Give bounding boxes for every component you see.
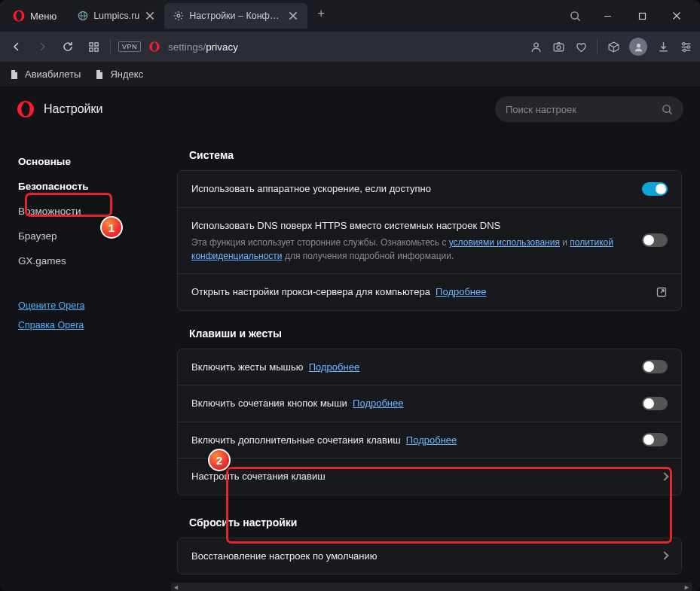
snapshot-icon[interactable] xyxy=(552,40,565,53)
opera-logo-icon xyxy=(12,9,26,23)
back-button[interactable] xyxy=(8,38,26,56)
scroll-left-icon[interactable]: ◄ xyxy=(173,583,179,591)
reload-button[interactable] xyxy=(59,38,77,56)
chevron-right-icon xyxy=(660,472,668,480)
row-dns-https: Использовать DNS поверх HTTPS вместо сис… xyxy=(178,208,681,275)
titlebar-search[interactable] xyxy=(560,11,590,22)
row-subtext: Эта функция использует сторонние службы.… xyxy=(191,236,630,263)
horizontal-scrollbar[interactable]: ◄ ► xyxy=(171,583,692,591)
svg-rect-17 xyxy=(94,42,97,45)
bookmark-label: Авиабилеты xyxy=(25,69,81,80)
download-icon[interactable] xyxy=(656,40,670,53)
svg-line-35 xyxy=(669,111,671,114)
easy-setup-icon[interactable] xyxy=(679,40,692,53)
toggle-mouse-gestures[interactable] xyxy=(642,360,668,373)
tab-label: Настройки – Конфиденци xyxy=(189,11,283,21)
row-hw-accel: Использовать аппаратное ускорение, если … xyxy=(178,171,681,208)
toggle-extra-shortcuts[interactable] xyxy=(642,433,668,446)
avatar[interactable] xyxy=(629,38,647,56)
search-icon xyxy=(662,104,673,115)
sidebar-item-basics[interactable]: Основные xyxy=(0,149,171,174)
profile-icon[interactable] xyxy=(529,40,543,53)
tab-strip: Lumpics.ru Настройки – Конфиденци + xyxy=(69,3,560,29)
url-path: privacy xyxy=(206,41,238,53)
external-link-icon xyxy=(656,286,668,298)
page-icon xyxy=(9,69,20,80)
url-field[interactable]: settings/privacy xyxy=(168,41,521,53)
divider xyxy=(597,38,598,55)
window-controls xyxy=(590,4,694,28)
bookmark-label: Яндекс xyxy=(110,69,143,80)
svg-point-21 xyxy=(152,42,157,50)
svg-point-25 xyxy=(636,44,640,47)
new-tab-button[interactable]: + xyxy=(310,3,332,24)
chevron-right-icon xyxy=(660,552,668,560)
tab-lumpics[interactable]: Lumpics.ru xyxy=(69,3,164,29)
row-extra-shortcuts: Включить дополнительные сочетания клавиш… xyxy=(178,422,681,459)
speed-dial-button[interactable] xyxy=(84,38,102,56)
svg-line-11 xyxy=(577,18,579,20)
section-title-reset: Сбросить настройки xyxy=(189,516,682,529)
svg-point-34 xyxy=(663,105,670,111)
page-icon xyxy=(94,69,105,80)
card-system: Использовать аппаратное ускорение, если … xyxy=(177,170,682,311)
sidebar-item-security[interactable]: Безопасность xyxy=(0,174,171,199)
close-icon[interactable] xyxy=(288,11,298,21)
bookmark-aviabilety[interactable]: Авиабилеты xyxy=(9,69,81,80)
sidebar-item-browser[interactable]: Браузер xyxy=(0,224,171,248)
tab-label: Lumpics.ru xyxy=(93,11,139,21)
sidebar-link-rate[interactable]: Оцените Opera xyxy=(18,300,153,311)
row-label: Настроить сочетания клавиш xyxy=(191,469,650,484)
row-label: Открыть настройки прокси-сервера для ком… xyxy=(191,285,643,300)
card-gestures: Включить жесты мышью Подробнее Включить … xyxy=(177,349,682,495)
svg-point-10 xyxy=(570,11,577,18)
link-terms[interactable]: условиями использования xyxy=(449,237,560,248)
maximize-button[interactable] xyxy=(625,4,659,28)
heart-icon[interactable] xyxy=(574,40,588,53)
forward-button[interactable] xyxy=(33,38,51,56)
gear-icon xyxy=(173,11,184,21)
svg-rect-18 xyxy=(89,47,92,50)
scroll-right-icon[interactable]: ► xyxy=(683,583,690,591)
settings-title-text: Настройки xyxy=(44,102,102,116)
svg-rect-13 xyxy=(639,13,645,19)
card-reset: Восстановление настроек по умолчанию xyxy=(177,538,682,575)
opera-logo-icon xyxy=(17,100,35,118)
row-configure-shortcuts[interactable]: Настроить сочетания клавиш xyxy=(178,458,681,495)
menu-button[interactable]: Меню xyxy=(6,6,63,26)
settings-main[interactable]: Система Использовать аппаратное ускорени… xyxy=(171,131,700,591)
svg-point-7 xyxy=(177,14,180,17)
address-bar: VPN settings/privacy xyxy=(0,32,700,62)
settings-content: Основные Безопасность Возможности Браузе… xyxy=(0,131,700,591)
link-more[interactable]: Подробнее xyxy=(436,286,486,297)
row-restore-defaults[interactable]: Восстановление настроек по умолчанию xyxy=(178,538,681,574)
toggle-hw-accel[interactable] xyxy=(642,182,668,196)
row-label: Включить жесты мышью Подробнее xyxy=(191,360,630,375)
bookmark-yandex[interactable]: Яндекс xyxy=(94,69,143,80)
cube-icon[interactable] xyxy=(607,40,620,53)
toggle-dns-https[interactable] xyxy=(642,233,668,247)
svg-rect-23 xyxy=(554,44,564,51)
search-icon xyxy=(570,11,581,22)
toggle-rocker-gestures[interactable] xyxy=(642,397,668,410)
minimize-button[interactable] xyxy=(590,4,625,28)
link-more[interactable]: Подробнее xyxy=(406,434,457,446)
row-label: Включить сочетания кнопок мыши Подробнее xyxy=(191,396,630,411)
tab-settings[interactable]: Настройки – Конфиденци xyxy=(164,3,307,29)
vpn-badge[interactable]: VPN xyxy=(118,41,141,52)
row-proxy[interactable]: Открыть настройки прокси-сервера для ком… xyxy=(178,274,681,310)
globe-icon xyxy=(78,11,88,21)
close-window-button[interactable] xyxy=(659,4,694,28)
link-more[interactable]: Подробнее xyxy=(353,398,403,409)
settings-header: Настройки Поиск настроек xyxy=(0,87,700,131)
annotation-badge-2: 2 xyxy=(208,449,231,471)
sidebar-item-gxgames[interactable]: GX.games xyxy=(0,248,171,273)
row-label: Использовать DNS поверх HTTPS вместо сис… xyxy=(191,218,630,264)
svg-point-31 xyxy=(683,49,685,51)
close-icon[interactable] xyxy=(145,11,155,21)
settings-search[interactable]: Поиск настроек xyxy=(495,96,683,122)
sidebar-link-help[interactable]: Справка Opera xyxy=(18,320,153,331)
link-more[interactable]: Подробнее xyxy=(309,361,359,373)
sidebar-item-features[interactable]: Возможности xyxy=(0,199,171,224)
svg-point-24 xyxy=(557,45,561,49)
